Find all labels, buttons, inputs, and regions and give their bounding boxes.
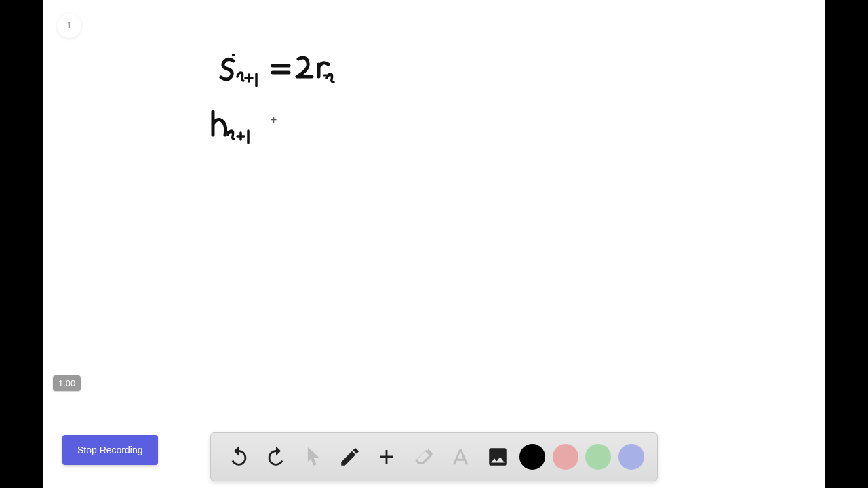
pen-tool[interactable] <box>335 442 365 472</box>
eraser-icon <box>412 445 435 468</box>
whiteboard-canvas[interactable]: 1 <box>43 0 825 488</box>
eraser-tool[interactable] <box>409 442 439 472</box>
undo-icon <box>227 445 250 468</box>
stop-recording-label: Stop Recording <box>77 445 143 455</box>
text-icon <box>449 445 472 468</box>
plus-icon <box>375 445 398 468</box>
page-number-badge: 1 <box>57 14 81 38</box>
drawing-toolbar <box>210 432 658 481</box>
pointer-tool[interactable] <box>298 442 328 472</box>
image-tool[interactable] <box>483 442 513 472</box>
svg-point-0 <box>232 54 235 56</box>
page-number: 1 <box>67 21 72 30</box>
color-swatch-black[interactable] <box>519 444 545 470</box>
color-swatch-pink[interactable] <box>553 444 578 470</box>
color-swatch-green[interactable] <box>585 444 611 470</box>
zoom-level-badge[interactable]: 1.00 <box>53 375 81 391</box>
redo-icon <box>264 445 288 468</box>
text-tool[interactable] <box>446 442 475 472</box>
undo-button[interactable] <box>224 442 254 472</box>
zoom-level-value: 1.00 <box>58 378 75 388</box>
image-icon <box>486 445 509 468</box>
color-swatch-blue[interactable] <box>618 444 644 470</box>
redo-button[interactable] <box>261 442 291 472</box>
add-tool[interactable] <box>372 442 401 472</box>
crosshair-cursor-icon: + <box>271 114 277 126</box>
ink-strokes <box>172 51 349 152</box>
pencil-icon <box>338 445 361 468</box>
stop-recording-button[interactable]: Stop Recording <box>62 435 158 465</box>
pointer-icon <box>301 445 324 468</box>
